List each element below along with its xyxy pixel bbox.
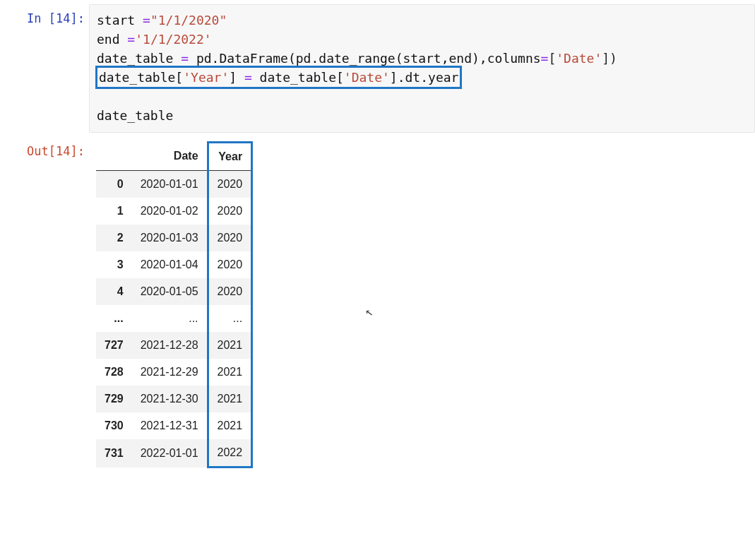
cell-date: 2020-01-04 (132, 251, 208, 278)
code-token: '1/1/2022' (135, 32, 211, 47)
table-row: 1 2020-01-02 2020 (96, 198, 252, 225)
row-index: 728 (96, 359, 132, 386)
cell-year: 2021 (208, 412, 252, 439)
table-row: 730 2021-12-31 2021 (96, 412, 252, 439)
code-token: end (97, 32, 120, 47)
code-token: date_table (97, 108, 173, 123)
cell-year: 2021 (208, 359, 252, 386)
row-index: 729 (96, 386, 132, 412)
cell-year: 2020 (208, 171, 252, 198)
code-token: [ (548, 51, 556, 66)
code-token: = (135, 13, 150, 28)
table-row: 3 2020-01-04 2020 (96, 251, 252, 278)
input-prompt: In [14]: (0, 4, 89, 25)
code-token: ] (229, 70, 244, 85)
cell-date: 2021-12-29 (132, 359, 208, 386)
table-header-row: Date Year (96, 143, 252, 171)
notebook-output-cell: Out[14]: Date Year 0 2020-01-01 2020 1 2… (0, 133, 755, 468)
cell-year: 2020 (208, 225, 252, 251)
code-token: = (244, 70, 252, 85)
code-token: = (181, 51, 189, 66)
table-row: 727 2021-12-28 2021 (96, 332, 252, 359)
table-row: 729 2021-12-30 2021 (96, 386, 252, 412)
cell-year: 2021 (208, 332, 252, 359)
code-token: ].dt.year (390, 70, 459, 85)
cell-date: ... (132, 305, 208, 332)
cell-date: 2021-12-28 (132, 332, 208, 359)
code-token: 'Year' (183, 70, 229, 85)
cell-year: 2020 (208, 278, 252, 305)
row-index: 4 (96, 278, 132, 305)
cell-date: 2021-12-30 (132, 386, 208, 412)
cell-year: 2021 (208, 386, 252, 412)
code-token: = (541, 51, 549, 66)
cell-date: 2020-01-05 (132, 278, 208, 305)
code-token: date_table (97, 51, 181, 66)
code-token: 'Date' (556, 51, 602, 66)
cell-date: 2022-01-01 (132, 439, 208, 467)
cell-date: 2020-01-03 (132, 225, 208, 251)
highlighted-code-line: date_table['Year'] = date_table['Date'].… (95, 66, 462, 89)
row-index: 1 (96, 198, 132, 225)
cell-year: 2022 (208, 439, 252, 467)
cell-date: 2020-01-01 (132, 171, 208, 198)
code-editor[interactable]: start ="1/1/2020" end ='1/1/2022' date_t… (89, 4, 755, 133)
col-header-date: Date (132, 143, 208, 171)
cell-year: 2020 (208, 251, 252, 278)
notebook-input-cell: In [14]: start ="1/1/2020" end ='1/1/202… (0, 0, 755, 133)
code-token: 'Date' (344, 70, 390, 85)
cell-date: 2021-12-31 (132, 412, 208, 439)
row-index: 3 (96, 251, 132, 278)
row-index: 2 (96, 225, 132, 251)
table-row: 728 2021-12-29 2021 (96, 359, 252, 386)
row-index: 727 (96, 332, 132, 359)
code-token: = (120, 32, 136, 47)
table-row: 731 2022-01-01 2022 (96, 439, 252, 467)
table-row-ellipsis: ... ... ... (96, 305, 252, 332)
cell-date: 2020-01-02 (132, 198, 208, 225)
row-index: 731 (96, 439, 132, 467)
col-header-index (96, 143, 132, 171)
row-index: ... (96, 305, 132, 332)
code-token: "1/1/2020" (150, 13, 227, 28)
table-row: 4 2020-01-05 2020 (96, 278, 252, 305)
row-index: 0 (96, 171, 132, 198)
code-token: date_table[ (252, 70, 344, 85)
code-token: pd.DataFrame(pd.date_range(start,end),co… (189, 51, 541, 66)
output-area: Date Year 0 2020-01-01 2020 1 2020-01-02… (89, 137, 755, 468)
output-prompt: Out[14]: (0, 137, 89, 158)
code-token: ]) (602, 51, 617, 66)
code-token: start (97, 13, 135, 28)
code-token: date_table[ (99, 70, 183, 85)
cell-year: 2020 (208, 198, 252, 225)
col-header-year: Year (208, 143, 252, 171)
cell-year: ... (208, 305, 252, 332)
row-index: 730 (96, 412, 132, 439)
code-content: start ="1/1/2020" end ='1/1/2022' date_t… (97, 11, 747, 125)
table-row: 2 2020-01-03 2020 (96, 225, 252, 251)
table-row: 0 2020-01-01 2020 (96, 171, 252, 198)
dataframe-table: Date Year 0 2020-01-01 2020 1 2020-01-02… (96, 141, 253, 468)
